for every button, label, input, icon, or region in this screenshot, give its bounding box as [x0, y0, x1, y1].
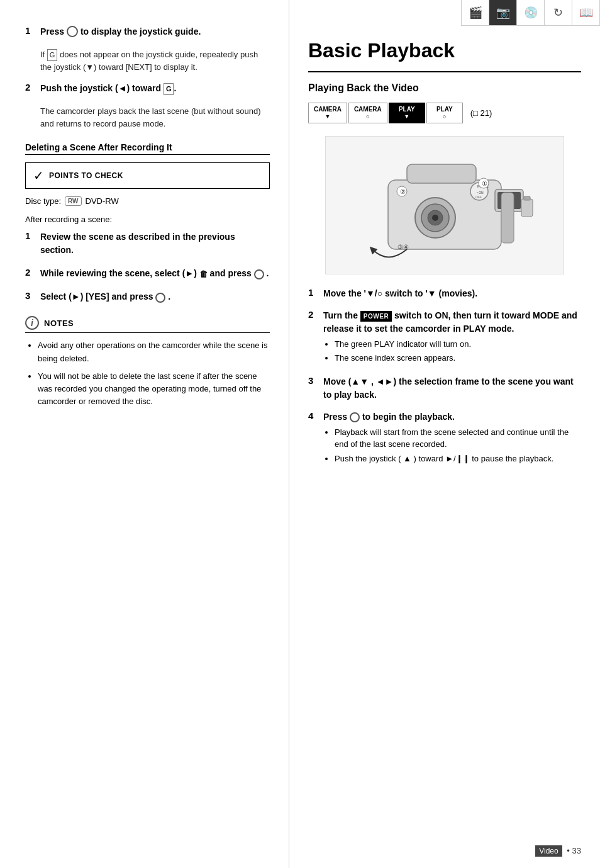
camera-photo-btn: CAMERA ○ [348, 103, 387, 123]
camera-illustration: MODE • ON OFF ① ② ③④ [325, 136, 564, 274]
right-step-2-num: 2 [308, 309, 319, 320]
step-1-num: 1 [25, 25, 36, 36]
svg-rect-8 [501, 193, 514, 243]
footer-video-label: Video [535, 845, 562, 857]
disc-label: DVD-RW [86, 196, 119, 206]
book-icon[interactable]: 📖 [572, 0, 600, 25]
disc-type-label: Disc type: [25, 196, 61, 206]
step-2-detail: The camcorder plays back the last scene … [40, 105, 270, 130]
note-item-1: Avoid any other operations on the camcor… [38, 339, 270, 364]
notes-header: i NOTES [25, 316, 270, 333]
right-step-4-text: Press to begin the playback. Playback wi… [323, 410, 581, 467]
subsection-title: Playing Back the Video [308, 82, 581, 94]
del-step-2-num: 2 [25, 267, 36, 278]
right-step-1: 1 Move the '▼/○ switch to '▼ (movies). [308, 287, 581, 300]
points-label: POINTS TO CHECK [49, 171, 123, 180]
del-step-2: 2 While reviewing the scene, select (►) … [25, 267, 270, 280]
right-step-3-num: 3 [308, 375, 319, 386]
notes-list: Avoid any other operations on the camcor… [25, 339, 270, 408]
del-step-3-text: Select (►) [YES] and press . [40, 290, 170, 303]
svg-rect-7 [407, 164, 476, 183]
right-step-1-num: 1 [308, 287, 319, 298]
right-step-1-text: Move the '▼/○ switch to '▼ (movies). [323, 287, 477, 300]
playback-steps: 1 Move the '▼/○ switch to '▼ (movies). 2… [308, 287, 581, 467]
page-footer: Video • 33 [535, 846, 581, 855]
mode-buttons-row: CAMERA ▼ CAMERA ○ PLAY ▼ PLAY ○ (□ 21) [308, 103, 581, 123]
note-item-2: You will not be able to delete the last … [38, 370, 270, 408]
film-icon[interactable]: 🎬 [462, 0, 489, 25]
footer-page-num: 33 [572, 846, 581, 855]
sub-item-2-1: The green PLAY indicator will turn on. [335, 338, 581, 351]
right-column: 🎬 📷 💿 ↻ 📖 Basic Playback Playing Back th… [289, 0, 600, 868]
del-step-2-text: While reviewing the scene, select (►) 🗑 … [40, 267, 269, 280]
power-badge: POWER [360, 311, 392, 322]
footer-bullet: • [567, 846, 570, 855]
svg-point-4 [432, 215, 438, 221]
right-step-4-sublist: Playback will start from the scene selec… [323, 426, 581, 465]
disc-type-row: Disc type: RW DVD-RW [25, 196, 270, 206]
del-step-1-num: 1 [25, 230, 36, 241]
left-column: 1 Press to display the joystick guide. I… [0, 0, 289, 868]
top-nav-bar: 🎬 📷 💿 ↻ 📖 [461, 0, 600, 26]
section-title: Basic Playback [308, 39, 581, 66]
play-movie-btn: PLAY ▼ [389, 103, 425, 123]
step-1: 1 Press to display the joystick guide. [25, 25, 270, 38]
step-1-detail: If G does not appear on the joystick gui… [40, 48, 270, 73]
svg-rect-18 [521, 199, 533, 217]
svg-text:①: ① [482, 180, 487, 187]
right-step-2: 2 Turn the POWER switch to ON, then turn… [308, 309, 581, 366]
del-step-3: 3 Select (►) [YES] and press . [25, 290, 270, 303]
notes-box: i NOTES Avoid any other operations on th… [25, 316, 270, 408]
sub-item-4-2: Push the joystick ( ▲ ) toward ►/❙❙ to p… [335, 453, 581, 465]
check-circle-icon: ✓ [33, 168, 44, 183]
svg-text:②: ② [400, 188, 406, 195]
svg-rect-19 [524, 196, 530, 200]
sub-item-2-2: The scene index screen appears. [335, 352, 581, 364]
play-photo-btn: PLAY ○ [426, 103, 463, 123]
sub-item-4-1: Playback will start from the scene selec… [335, 426, 581, 451]
page-ref: (□ 21) [470, 108, 492, 118]
del-step-1: 1 Review the scene as described in the p… [25, 230, 270, 257]
notes-label: NOTES [44, 318, 74, 328]
disc-icon[interactable]: 💿 [517, 0, 545, 25]
dvdrw-badge: RW [65, 196, 81, 206]
section-divider [308, 71, 581, 72]
info-icon: i [25, 316, 39, 330]
svg-text:③④: ③④ [397, 244, 409, 251]
del-step-3-num: 3 [25, 290, 36, 301]
step-2: 2 Push the joystick (◄) toward G. [25, 82, 270, 95]
step-2-text: Push the joystick (◄) toward G. [40, 82, 176, 95]
right-step-2-sublist: The green PLAY indicator will turn on. T… [323, 338, 581, 364]
deleting-section-heading: Deleting a Scene After Recording It [25, 142, 270, 155]
right-step-2-text: Turn the POWER switch to ON, then turn i… [323, 309, 581, 366]
after-recording-text: After recording a scene: [25, 215, 270, 224]
svg-text:OFF: OFF [475, 195, 482, 199]
step-2-num: 2 [25, 82, 36, 93]
svg-text:• ON: • ON [477, 191, 484, 194]
refresh-icon[interactable]: ↻ [545, 0, 572, 25]
right-step-4: 4 Press to begin the playback. Playback … [308, 410, 581, 467]
camera-icon[interactable]: 📷 [489, 0, 517, 25]
points-to-check-box: ✓ POINTS TO CHECK [25, 162, 270, 189]
del-step-1-text: Review the scene as described in the pre… [40, 230, 270, 257]
step-1-text: Press to display the joystick guide. [40, 25, 201, 38]
camera-movie-btn: CAMERA ▼ [308, 103, 347, 123]
right-step-3: 3 Move (▲▼ , ◄►) the selection frame to … [308, 375, 581, 402]
right-step-4-num: 4 [308, 410, 319, 421]
right-step-3-text: Move (▲▼ , ◄►) the selection frame to th… [323, 375, 581, 402]
